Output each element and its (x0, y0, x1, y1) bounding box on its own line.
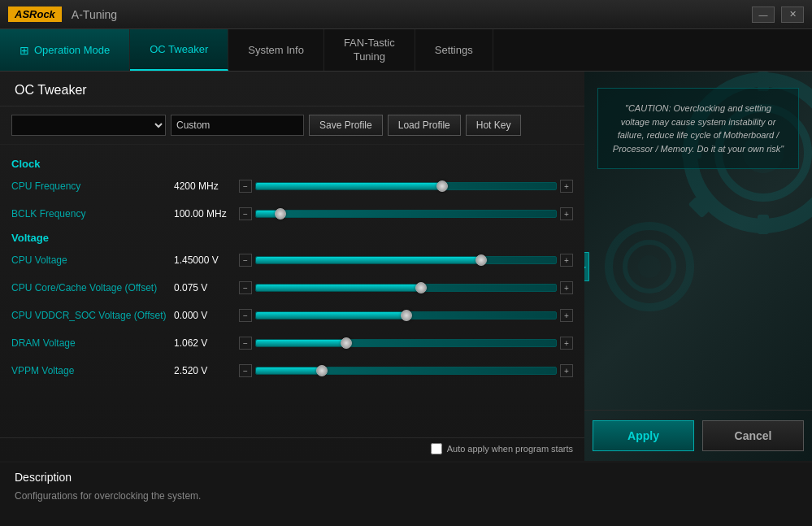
cpu-core-cache-track[interactable] (255, 284, 557, 292)
dram-voltage-minus[interactable]: − (239, 337, 252, 350)
clock-section-title: Clock (11, 158, 573, 170)
cpu-voltage-fill (256, 257, 481, 263)
tab-fan-tuning[interactable]: FAN-Tastic Tuning (324, 29, 415, 71)
grid-icon: ⊞ (20, 44, 29, 57)
tab-settings[interactable]: Settings (415, 29, 493, 71)
brand-logo: ASRock (8, 7, 62, 22)
dram-voltage-fill (256, 340, 346, 346)
cpu-voltage-thumb (475, 254, 487, 266)
bclk-freq-slider-container: − + (239, 207, 573, 220)
oc-tweaker-title: OC Tweaker (15, 83, 87, 97)
cpu-vddcr-soc-plus[interactable]: + (560, 309, 573, 322)
bclk-freq-plus[interactable]: + (560, 207, 573, 220)
vppm-voltage-fill (256, 367, 322, 374)
tab-operation-mode[interactable]: ⊞ Operation Mode (0, 29, 130, 71)
cpu-freq-track[interactable] (255, 182, 557, 190)
cpu-freq-value: 4200 MHz (174, 180, 239, 192)
dram-voltage-plus[interactable]: + (560, 337, 573, 350)
minimize-button[interactable]: — (752, 7, 775, 23)
svg-point-13 (638, 255, 661, 278)
vppm-voltage-minus[interactable]: − (239, 364, 252, 377)
cpu-core-cache-label[interactable]: CPU Core/Cache Voltage (Offset) (11, 282, 174, 293)
dram-voltage-label[interactable]: DRAM Voltage (11, 337, 174, 349)
settings-area[interactable]: Clock CPU Frequency 4200 MHz − (0, 145, 584, 437)
svg-point-12 (625, 242, 674, 291)
description-title: Description (15, 471, 797, 484)
svg-point-11 (609, 226, 690, 307)
vppm-voltage-row: VPPM Voltage 2.520 V − + (11, 359, 573, 382)
vppm-voltage-track[interactable] (255, 367, 557, 375)
cpu-voltage-row: CPU Voltage 1.45000 V − + (11, 249, 573, 272)
oc-tweaker-header: OC Tweaker (0, 72, 584, 107)
window-controls: — ✕ (752, 7, 804, 23)
oc-left: OC Tweaker Save Profile Load Profile Hot… (0, 72, 584, 461)
cancel-button[interactable]: Cancel (702, 420, 804, 451)
cpu-freq-minus[interactable]: − (239, 180, 252, 193)
auto-apply-checkbox[interactable] (431, 443, 442, 454)
profile-bar: Save Profile Load Profile Hot Key (0, 107, 584, 145)
cpu-core-cache-value: 0.075 V (174, 282, 239, 293)
cpu-freq-row: CPU Frequency 4200 MHz − + (11, 175, 573, 198)
dram-voltage-slider-container: − + (239, 337, 573, 350)
cpu-freq-label[interactable]: CPU Frequency (11, 180, 174, 192)
dram-voltage-value: 1.062 V (174, 337, 239, 349)
cpu-core-cache-thumb (415, 282, 427, 293)
app-wrapper: ASRock A-Tuning — ✕ ⊞ Operation Mode OC … (0, 0, 812, 526)
cpu-voltage-track[interactable] (255, 256, 557, 264)
left-wrapper: OC Tweaker Save Profile Load Profile Hot… (0, 72, 812, 526)
description-bar: Description Configurations for overclock… (0, 461, 812, 526)
cpu-freq-slider-container: − + (239, 180, 573, 193)
cpu-core-cache-minus[interactable]: − (239, 281, 252, 294)
vppm-voltage-plus[interactable]: + (560, 364, 573, 377)
tab-settings-label: Settings (435, 44, 473, 56)
cpu-voltage-minus[interactable]: − (239, 254, 252, 267)
cpu-voltage-slider-container: − + (239, 254, 573, 267)
oc-panel: OC Tweaker Save Profile Load Profile Hot… (0, 72, 812, 461)
bclk-freq-track[interactable] (255, 210, 557, 218)
auto-apply-label: Auto apply when program starts (447, 444, 573, 454)
cpu-vddcr-soc-fill (256, 312, 406, 319)
tab-oc-tweaker[interactable]: OC Tweaker (130, 29, 228, 71)
content-area: OC Tweaker Save Profile Load Profile Hot… (0, 72, 812, 526)
svg-rect-4 (758, 215, 769, 234)
cpu-vddcr-soc-row: CPU VDDCR_SOC Voltage (Offset) 0.000 V −… (11, 304, 573, 327)
svg-rect-9 (688, 197, 710, 219)
cpu-core-cache-row: CPU Core/Cache Voltage (Offset) 0.075 V … (11, 276, 573, 299)
cpu-core-cache-slider-container: − + (239, 281, 573, 294)
svg-rect-8 (802, 195, 812, 217)
bclk-freq-minus[interactable]: − (239, 207, 252, 220)
cpu-vddcr-soc-slider-container: − + (239, 309, 573, 322)
save-profile-button[interactable]: Save Profile (309, 115, 383, 136)
tab-system-info-label: System Info (248, 44, 304, 56)
bclk-freq-row: BCLK Frequency 100.00 MHz − + (11, 202, 573, 225)
cpu-vddcr-soc-minus[interactable]: − (239, 309, 252, 322)
profile-name-input[interactable] (171, 115, 304, 136)
tab-system-info[interactable]: System Info (228, 29, 324, 71)
auto-apply-container: Auto apply when program starts (431, 443, 573, 454)
collapse-panel-button[interactable]: ▶ (584, 252, 589, 281)
close-button[interactable]: ✕ (781, 7, 804, 23)
description-text: Configurations for overclocking the syst… (15, 490, 797, 502)
cpu-vddcr-soc-label[interactable]: CPU VDDCR_SOC Voltage (Offset) (11, 310, 174, 321)
hot-key-button[interactable]: Hot Key (466, 115, 522, 136)
dram-voltage-track[interactable] (255, 339, 557, 347)
vppm-voltage-value: 2.520 V (174, 365, 239, 376)
cpu-voltage-label[interactable]: CPU Voltage (11, 254, 174, 266)
cpu-core-cache-plus[interactable]: + (560, 281, 573, 294)
vppm-voltage-slider-container: − + (239, 364, 573, 377)
vppm-voltage-label[interactable]: VPPM Voltage (11, 365, 174, 376)
warning-text: "CAUTION: Overclocking and setting volta… (613, 103, 784, 154)
cpu-freq-plus[interactable]: + (560, 180, 573, 193)
right-panel: ▶ "CAUTION: Overclocking and setting vol… (584, 72, 812, 461)
cpu-voltage-plus[interactable]: + (560, 254, 573, 267)
bclk-freq-thumb (275, 208, 286, 220)
warning-box: "CAUTION: Overclocking and setting volta… (597, 88, 799, 169)
apply-button[interactable]: Apply (593, 420, 694, 451)
bclk-freq-value: 100.00 MHz (174, 208, 239, 220)
cpu-vddcr-soc-track[interactable] (255, 311, 557, 320)
bclk-freq-label[interactable]: BCLK Frequency (11, 208, 174, 220)
load-profile-button[interactable]: Load Profile (388, 115, 461, 136)
profile-select[interactable] (11, 115, 166, 136)
cpu-voltage-value: 1.45000 V (174, 254, 239, 266)
tab-operation-mode-label: Operation Mode (34, 44, 110, 56)
